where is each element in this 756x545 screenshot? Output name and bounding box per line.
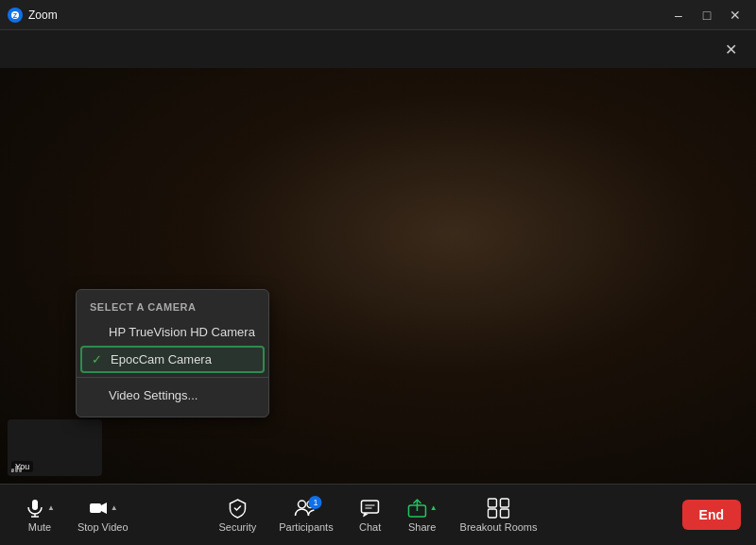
- self-video: You: [8, 419, 102, 476]
- camera-menu-title: Select a Camera: [77, 298, 268, 318]
- video-settings-label: Video Settings...: [109, 388, 198, 402]
- participants-icon-area: 1: [294, 498, 318, 519]
- svg-text:Z: Z: [13, 12, 18, 19]
- breakout-icon-area: [488, 498, 510, 519]
- svg-rect-16: [489, 509, 497, 518]
- svg-marker-6: [101, 502, 107, 514]
- toolbar-left: ▲ Mute ▲ Stop Video: [15, 492, 138, 538]
- toolbar-right: End: [682, 500, 741, 530]
- stop-video-label: Stop Video: [77, 521, 129, 533]
- video-settings-option[interactable]: Video Settings...: [77, 382, 268, 409]
- share-icon-area: ▲: [407, 498, 438, 519]
- toolbar-center: Security 1 Participants: [209, 492, 546, 538]
- video-icon: [88, 498, 109, 519]
- security-icon-area: [227, 498, 248, 519]
- svg-rect-5: [90, 503, 101, 513]
- camera-option-hp[interactable]: HP TrueVision HD Camera: [77, 318, 268, 346]
- chat-button[interactable]: Chat: [347, 492, 394, 538]
- mute-button[interactable]: ▲ Mute: [15, 492, 64, 538]
- participants-button[interactable]: 1 Participants: [269, 492, 342, 538]
- share-icon: [407, 498, 428, 519]
- zoom-icon: Z: [8, 8, 23, 23]
- title-bar-left: Z Zoom: [8, 8, 58, 23]
- svg-rect-2: [32, 500, 38, 510]
- video-chevron: ▲: [111, 503, 118, 512]
- end-button[interactable]: End: [682, 500, 741, 530]
- svg-rect-15: [501, 499, 509, 507]
- maximize-button[interactable]: □: [694, 6, 720, 25]
- top-close-button[interactable]: ✕: [717, 37, 745, 62]
- title-bar: Z Zoom – □ ✕: [0, 0, 756, 30]
- minimize-button[interactable]: –: [665, 6, 692, 25]
- share-label: Share: [408, 521, 436, 533]
- share-chevron: ▲: [430, 503, 438, 512]
- security-button[interactable]: Security: [209, 492, 266, 538]
- check-epoc: ✓: [92, 352, 105, 366]
- svg-rect-9: [362, 501, 379, 513]
- participants-icon-wrapper: 1: [294, 498, 318, 519]
- video-area: You Select a Camera HP TrueVision HD Cam…: [0, 68, 756, 484]
- chat-icon-area: [360, 498, 381, 519]
- breakout-label: Breakout Rooms: [460, 521, 538, 533]
- self-video-inner: You: [8, 419, 102, 476]
- camera-option-epoc[interactable]: ✓ EpocCam Camera: [80, 346, 265, 373]
- close-button[interactable]: ✕: [722, 6, 748, 25]
- breakout-rooms-button[interactable]: Breakout Rooms: [451, 492, 547, 538]
- self-video-name: You: [11, 461, 33, 472]
- share-button[interactable]: ▲ Share: [398, 492, 447, 538]
- camera-menu: Select a Camera HP TrueVision HD Camera …: [76, 289, 269, 417]
- participants-badge: 1: [309, 496, 322, 509]
- shield-icon: [227, 498, 248, 519]
- check-settings: [90, 388, 103, 402]
- mute-icon-area: ▲: [25, 498, 55, 519]
- toolbar: ▲ Mute ▲ Stop Video: [0, 484, 756, 545]
- participants-label: Participants: [279, 521, 333, 533]
- chat-icon: [360, 498, 381, 519]
- top-bar: ✕: [0, 30, 756, 68]
- breakout-icon: [488, 498, 510, 519]
- stop-video-icon-area: ▲: [88, 498, 118, 519]
- camera-option-epoc-label: EpocCam Camera: [111, 352, 212, 366]
- mute-chevron: ▲: [47, 503, 55, 512]
- security-label: Security: [218, 521, 256, 533]
- window-controls: – □ ✕: [665, 6, 748, 25]
- menu-separator: [77, 377, 268, 378]
- svg-rect-14: [489, 499, 497, 507]
- chat-label: Chat: [359, 521, 381, 533]
- stop-video-button[interactable]: ▲ Stop Video: [68, 492, 138, 538]
- mute-label: Mute: [28, 521, 51, 533]
- mic-icon: [25, 498, 45, 519]
- app-title: Zoom: [28, 9, 58, 22]
- camera-option-hp-label: HP TrueVision HD Camera: [109, 325, 255, 339]
- svg-point-7: [299, 501, 306, 508]
- check-hp: [90, 325, 103, 339]
- svg-rect-17: [501, 509, 509, 518]
